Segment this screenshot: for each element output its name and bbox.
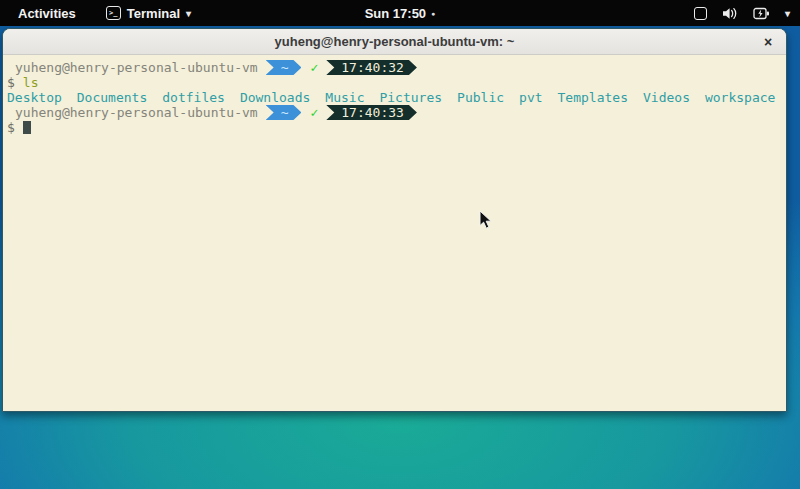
terminal-cursor xyxy=(23,121,31,134)
system-tray-menu[interactable]: ▾ xyxy=(694,7,790,20)
chevron-down-icon: ▾ xyxy=(186,8,191,19)
battery-charging-icon xyxy=(753,7,770,20)
command-line: $ ls xyxy=(3,75,786,90)
dir-entry: Desktop xyxy=(7,90,62,105)
screen-icon xyxy=(694,7,707,20)
app-menu-terminal[interactable]: >_ Terminal ▾ xyxy=(106,6,191,21)
prompt-line: yuheng@henry-personal-ubuntu-vm ~ ✓ 17:4… xyxy=(3,60,786,75)
prompt-cwd-badge: ~ xyxy=(266,60,302,75)
top-bar: Activities >_ Terminal ▾ Sun 17:50 ● ▾ xyxy=(0,0,800,26)
prompt-time-badge: 17:40:33 xyxy=(326,105,417,120)
dir-entry: Documents xyxy=(77,90,147,105)
directory-listing: Desktop Documents dotfiles Downloads Mus… xyxy=(3,90,786,105)
dir-entry: pvt xyxy=(519,90,542,105)
chevron-down-icon: ▾ xyxy=(785,8,790,19)
prompt-line: yuheng@henry-personal-ubuntu-vm ~ ✓ 17:4… xyxy=(3,105,786,120)
dir-entry: workspace xyxy=(705,90,775,105)
prompt-symbol: $ xyxy=(7,75,15,90)
command-text: ls xyxy=(23,75,39,90)
prompt-cwd-badge: ~ xyxy=(266,105,302,120)
terminal-window: yuheng@henry-personal-ubuntu-vm: ~ × yuh… xyxy=(2,28,787,412)
prompt-user-host: yuheng@henry-personal-ubuntu-vm xyxy=(15,60,258,75)
clock-label: Sun 17:50 xyxy=(365,6,426,21)
notification-dot-icon: ● xyxy=(431,10,435,17)
terminal-content[interactable]: yuheng@henry-personal-ubuntu-vm ~ ✓ 17:4… xyxy=(3,56,786,411)
dir-entry: Pictures xyxy=(379,90,442,105)
dir-entry: Public xyxy=(457,90,504,105)
dir-entry: Templates xyxy=(558,90,628,105)
dir-entry: dotfiles xyxy=(162,90,225,105)
prompt-user-host: yuheng@henry-personal-ubuntu-vm xyxy=(15,105,258,120)
dir-entry: Videos xyxy=(643,90,690,105)
app-menu-label: Terminal xyxy=(127,6,180,21)
status-check-icon: ✓ xyxy=(310,105,318,120)
dir-entry: Music xyxy=(325,90,364,105)
volume-icon xyxy=(722,7,738,20)
window-title: yuheng@henry-personal-ubuntu-vm: ~ xyxy=(275,34,515,49)
dir-entry: Downloads xyxy=(240,90,310,105)
status-check-icon: ✓ xyxy=(310,60,318,75)
terminal-icon: >_ xyxy=(106,6,121,20)
prompt-time-badge: 17:40:32 xyxy=(326,60,417,75)
input-line: $ xyxy=(3,120,786,135)
window-titlebar[interactable]: yuheng@henry-personal-ubuntu-vm: ~ × xyxy=(3,29,786,55)
activities-button[interactable]: Activities xyxy=(14,4,80,23)
clock-button[interactable]: Sun 17:50 ● xyxy=(365,6,436,21)
prompt-symbol: $ xyxy=(7,120,15,135)
close-icon[interactable]: × xyxy=(759,33,777,51)
